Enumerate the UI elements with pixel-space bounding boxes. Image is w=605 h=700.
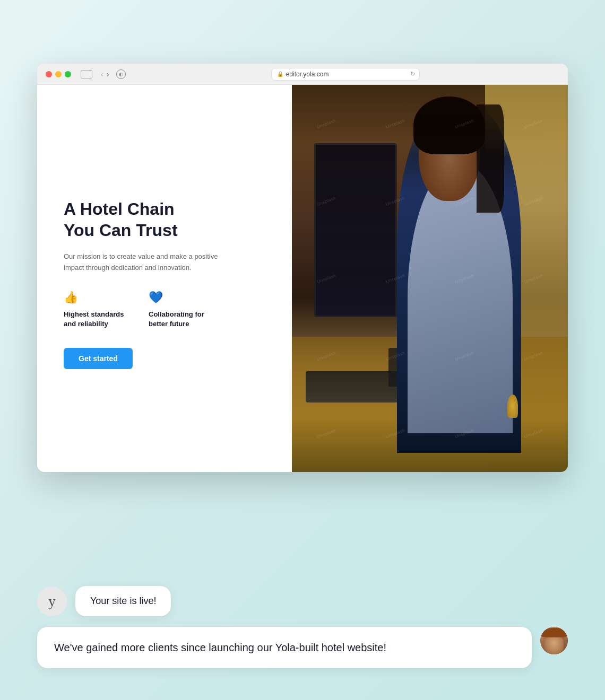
hero-title: A Hotel Chain You Can Trust	[64, 198, 271, 241]
chat-row-1: y Your site is live!	[37, 586, 568, 616]
chat-bubble-1: Your site is live!	[75, 586, 171, 616]
thumbs-up-icon: 👍	[64, 291, 133, 304]
traffic-lights	[46, 71, 71, 77]
hero-subtitle: Our mission is to create value and make …	[64, 251, 223, 274]
chat-bubble-1-text: Your site is live!	[90, 596, 156, 606]
feature-2-label: Collaborating for better future	[149, 310, 218, 329]
features-row: 👍 Highest standards and reliability 💙 Co…	[64, 291, 271, 329]
heart-icon: 💙	[149, 291, 218, 304]
address-bar-container: 🔒 editor.yola.com ↻	[131, 68, 559, 81]
chat-bubble-2: We've gained more clients since launchin…	[37, 627, 532, 668]
back-button[interactable]: ‹	[101, 70, 103, 78]
minimize-button[interactable]	[55, 71, 62, 77]
yola-avatar: y	[37, 587, 67, 616]
chat-bubble-2-text: We've gained more clients since launchin…	[54, 642, 386, 653]
close-button[interactable]	[46, 71, 52, 77]
sidebar-toggle[interactable]	[81, 70, 92, 78]
browser-titlebar: ‹ › ◐ 🔒 editor.yola.com ↻	[37, 64, 568, 85]
website-right-panel: Unsplash Unsplash Unsplash Unsplash Unsp…	[292, 85, 568, 472]
chat-row-2: We've gained more clients since launchin…	[37, 627, 568, 668]
url-text: editor.yola.com	[286, 71, 329, 78]
hotel-image: Unsplash Unsplash Unsplash Unsplash Unsp…	[292, 85, 568, 472]
get-started-button[interactable]: Get started	[64, 348, 133, 369]
brightness-icon: ◐	[116, 69, 126, 79]
website-left-panel: A Hotel Chain You Can Trust Our mission …	[37, 85, 292, 472]
website-content: A Hotel Chain You Can Trust Our mission …	[37, 85, 568, 472]
lock-icon: 🔒	[277, 71, 283, 77]
browser-window: ‹ › ◐ 🔒 editor.yola.com ↻ A Hotel Chain …	[37, 64, 568, 472]
forward-button[interactable]: ›	[107, 70, 109, 78]
feature-2: 💙 Collaborating for better future	[149, 291, 218, 329]
feature-1: 👍 Highest standards and reliability	[64, 291, 133, 329]
user-avatar	[540, 627, 568, 654]
feature-1-label: Highest standards and reliability	[64, 310, 133, 329]
reload-icon[interactable]: ↻	[410, 71, 415, 77]
address-bar[interactable]: 🔒 editor.yola.com ↻	[271, 68, 420, 81]
browser-nav: ‹ ›	[101, 70, 109, 78]
maximize-button[interactable]	[65, 71, 71, 77]
chat-area: y Your site is live! We've gained more c…	[37, 586, 568, 668]
